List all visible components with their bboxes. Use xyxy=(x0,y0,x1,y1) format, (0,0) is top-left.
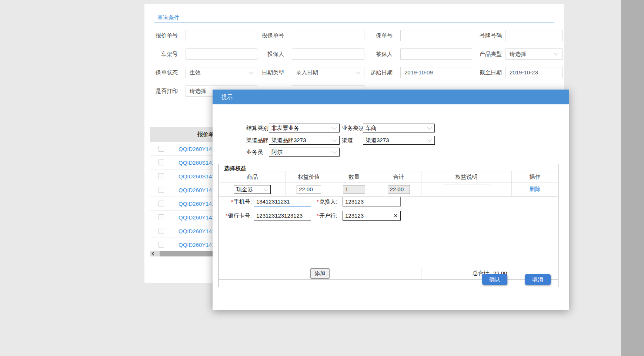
row-checkbox-cell xyxy=(150,214,172,220)
bank-input[interactable]: 123123 ✕ xyxy=(343,211,401,221)
query-field-apply-no: 投保单号 xyxy=(254,30,364,41)
quantity-input[interactable]: 1 xyxy=(343,185,365,194)
vin-input[interactable] xyxy=(186,48,257,60)
row-checkbox-cell xyxy=(150,146,172,152)
phone-input[interactable]: 13412311231 xyxy=(254,197,311,206)
quote-link[interactable]: QQID260Y141 xyxy=(178,201,215,207)
benefits-section: 选择权益 商品权益价值数量合计权益说明操作 现金券 22.00 1 22.00 xyxy=(218,164,558,287)
query-field-applicant: 投保人 xyxy=(254,48,364,60)
query-field-start-date: 起始日期2019-10-09 xyxy=(363,67,472,78)
channel-brand-select[interactable]: 渠道品牌3273 xyxy=(269,136,340,145)
row-checkbox[interactable] xyxy=(158,173,164,179)
page-right-gutter xyxy=(621,0,644,356)
row-checkbox[interactable] xyxy=(158,201,164,206)
benefits-col-description: 权益说明 xyxy=(421,171,512,182)
product-type-select[interactable]: 请选择 xyxy=(505,48,563,60)
quote-link[interactable]: QQID260S1419 xyxy=(178,159,218,166)
add-button-cell: 添加 xyxy=(219,267,421,279)
product-cell: 现金券 xyxy=(219,182,286,196)
applicant-input[interactable] xyxy=(292,48,364,60)
field-value: 2019-10-23 xyxy=(506,67,562,78)
business-type-value: 车商 xyxy=(363,124,434,132)
channel-brand-label: 渠道品牌 xyxy=(246,136,268,145)
field-label: 是否打印 xyxy=(148,88,178,95)
required-asterisk: * xyxy=(226,212,228,219)
product-select[interactable]: 现金券 xyxy=(234,185,271,194)
row-checkbox-cell xyxy=(150,187,172,193)
query-field-product-type: 产品类型请选择 xyxy=(472,48,563,60)
quote-link[interactable]: QQID260S1419 xyxy=(178,173,218,179)
policy-no-input[interactable] xyxy=(400,30,472,41)
cancel-button[interactable]: 取消 xyxy=(525,274,551,285)
start-date-input[interactable]: 2019-10-09 xyxy=(400,67,472,78)
benefits-col-subtotal: 合计 xyxy=(376,171,421,182)
business-type-select[interactable]: 车商 xyxy=(363,124,435,132)
salesman-select[interactable]: 阿尔 xyxy=(269,148,340,157)
confirm-button[interactable]: 确认 xyxy=(482,274,507,285)
row-checkbox[interactable] xyxy=(158,146,164,152)
end-date-input[interactable]: 2019-10-23 xyxy=(505,67,563,78)
subtotal-input[interactable]: 22.00 xyxy=(388,185,410,194)
row-checkbox-cell xyxy=(150,173,172,179)
description-cell xyxy=(421,182,512,196)
row-checkbox[interactable] xyxy=(158,228,164,234)
prompt-dialog: 提示 结算类别 非发票业务 业务类别 车商 渠道品牌 渠道品牌3273 渠道 渠… xyxy=(213,90,569,310)
quote-link[interactable]: QQID260Y141 xyxy=(178,187,215,193)
required-asterisk: * xyxy=(317,212,319,219)
subtotal-cell: 22.00 xyxy=(376,182,421,196)
row-checkbox[interactable] xyxy=(158,159,164,165)
benefits-col-value: 权益价值 xyxy=(286,171,332,182)
benefits-col-quantity: 数量 xyxy=(332,171,376,182)
row-checkbox-cell xyxy=(150,201,172,206)
scroll-left-arrow-icon[interactable] xyxy=(152,252,156,256)
query-field-vin: 车架号 xyxy=(148,48,257,60)
quote-link[interactable]: QQID260Y141 xyxy=(178,228,215,234)
required-asterisk: * xyxy=(231,198,233,205)
settle-type-select[interactable]: 非发票业务 xyxy=(269,124,340,132)
phone-label: *手机号: xyxy=(218,197,252,206)
date-type-select[interactable]: 录入日期 xyxy=(292,67,364,78)
benefit-row: 现金券 22.00 1 22.00 删除 xyxy=(219,182,558,197)
policy-status-select[interactable]: 生效 xyxy=(186,67,257,78)
salesman-value: 阿尔 xyxy=(269,148,339,156)
benefits-col-product: 商品 xyxy=(219,171,286,182)
salesman-label: 业务员 xyxy=(246,148,263,157)
description-input[interactable] xyxy=(443,185,490,194)
action-cell: 删除 xyxy=(512,182,558,196)
benefit-value-input[interactable]: 22.00 xyxy=(297,185,321,194)
query-panel-title: 查询条件 xyxy=(157,14,180,21)
query-field-date-type: 日期类型录入日期 xyxy=(254,67,364,78)
field-label: 车架号 xyxy=(148,51,178,58)
channel-brand-value: 渠道品牌3273 xyxy=(269,136,339,144)
quote-link[interactable]: QQID260Y1419 xyxy=(178,146,218,152)
bank-card-label: *银行卡号: xyxy=(218,211,252,221)
plate-no-input[interactable] xyxy=(505,30,563,41)
settle-type-label: 结算类别 xyxy=(246,124,268,132)
redeemer-label: *兑换人: xyxy=(304,197,337,206)
bank-value: 123123 xyxy=(345,212,364,219)
quote-no-input[interactable] xyxy=(186,30,257,41)
field-value: 请选择 xyxy=(506,49,562,59)
redeemer-input[interactable]: 123123 xyxy=(343,197,401,206)
apply-no-input[interactable] xyxy=(292,30,364,41)
field-label: 投保人 xyxy=(254,51,284,58)
clear-input-icon[interactable]: ✕ xyxy=(393,211,398,220)
row-checkbox[interactable] xyxy=(158,214,164,220)
quote-link[interactable]: QQID260Y1419 xyxy=(178,214,218,221)
insured-input[interactable] xyxy=(400,48,472,60)
field-label: 被保人 xyxy=(363,51,393,58)
row-checkbox[interactable] xyxy=(158,187,164,193)
row-checkbox[interactable] xyxy=(158,242,164,248)
benefits-col-action: 操作 xyxy=(512,171,558,182)
row-checkbox-cell xyxy=(150,228,172,234)
field-label: 投保单号 xyxy=(254,32,284,39)
channel-select[interactable]: 渠道3273 xyxy=(363,136,435,145)
delete-link[interactable]: 删除 xyxy=(530,186,541,193)
add-benefit-button[interactable]: 添加 xyxy=(310,268,330,279)
query-field-policy-no: 保单号 xyxy=(363,30,472,41)
field-label: 截至日期 xyxy=(472,69,502,76)
dialog-title: 提示 xyxy=(221,94,233,100)
bank-label: *开户行: xyxy=(304,211,337,221)
quote-link[interactable]: QQID260Y141 xyxy=(178,242,215,248)
bank-card-input[interactable]: 123123123123123 xyxy=(254,211,311,221)
